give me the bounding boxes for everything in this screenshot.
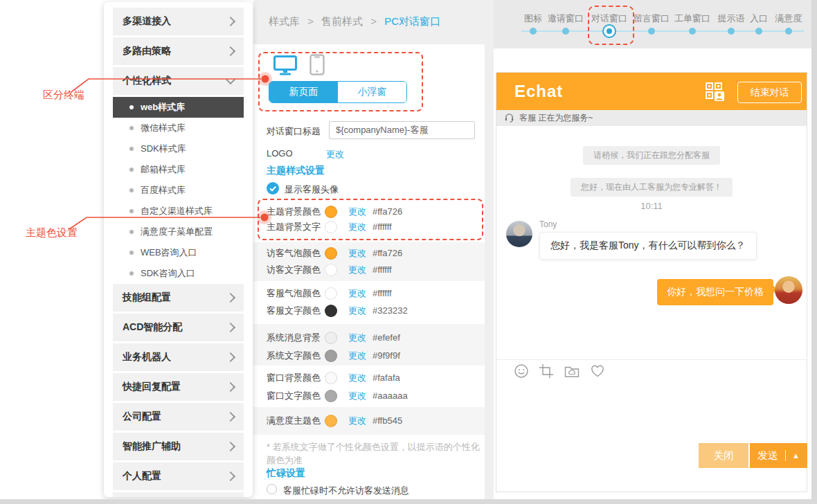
color-row: 客服气泡颜色 更改 #ffffff: [253, 285, 485, 303]
visitor-message-bubble: 你好，我想问一下价格: [657, 279, 773, 305]
step-invite-window[interactable]: 邀请窗口: [548, 12, 584, 25]
tab-float-window[interactable]: 小浮窗: [338, 82, 406, 102]
send-button[interactable]: 发送 ▲: [750, 443, 807, 468]
sidebar-subitem-mail-style[interactable]: 邮箱样式库: [113, 159, 244, 180]
system-text-note: * 若系统文字做了个性化颜色设置，以提示语的个性化颜色为准: [267, 440, 480, 467]
change-link[interactable]: 更改: [348, 329, 366, 347]
breadcrumb: 样式库 > 售前样式 > PC对话窗口: [269, 15, 440, 28]
step-ticket-window[interactable]: 工单窗口: [674, 12, 710, 25]
bullet-icon: [129, 230, 134, 234]
theme-section-title: 主题样式设置: [267, 165, 325, 177]
color-swatch[interactable]: [325, 390, 337, 402]
change-link[interactable]: 更改: [348, 244, 366, 262]
color-swatch[interactable]: [325, 287, 337, 300]
favorite-heart-icon[interactable]: [589, 363, 606, 379]
window-title-input[interactable]: [329, 121, 475, 139]
breadcrumb-presale-style[interactable]: 售前样式: [321, 15, 363, 27]
sidebar-subitem-wechat-style[interactable]: 微信样式库: [113, 118, 244, 138]
sidebar-subitem-custom-channel-style[interactable]: 自定义渠道样式库: [113, 201, 244, 222]
chevron-right-icon: [226, 412, 235, 422]
chevron-right-icon: [226, 471, 235, 481]
change-link[interactable]: 更改: [348, 387, 366, 405]
end-chat-button[interactable]: 结束对话: [737, 82, 802, 103]
sidebar-subitem-sdk-style[interactable]: SDK样式库: [113, 138, 244, 159]
change-link[interactable]: 更改: [348, 347, 366, 365]
change-link[interactable]: 更改: [348, 261, 366, 279]
color-swatch[interactable]: [325, 221, 337, 233]
vertical-scrollbar[interactable]: [811, 0, 817, 499]
tab-new-page[interactable]: 新页面: [269, 82, 338, 102]
chevron-right-icon: [226, 46, 235, 56]
change-link[interactable]: 更改: [348, 218, 366, 236]
color-swatch[interactable]: [325, 206, 337, 218]
step-dot[interactable]: [728, 28, 735, 35]
sidebar-item-routing[interactable]: 多路由策略: [113, 37, 244, 65]
stepper: 图标 邀请窗口 对话窗口 留言窗口 工单窗口 提示语 入口 满意度: [494, 0, 811, 48]
step-dot[interactable]: [755, 28, 762, 35]
sidebar-item-personal[interactable]: 个人配置: [113, 462, 244, 490]
color-swatch[interactable]: [325, 264, 337, 276]
screenshot-crop-icon[interactable]: [538, 363, 555, 379]
step-icon[interactable]: 图标: [524, 12, 542, 25]
busy-section-title: 忙碌设置: [267, 467, 305, 480]
send-button-divider: [785, 450, 786, 461]
sidebar-subitem-baidu-style[interactable]: 百度样式库: [113, 180, 244, 201]
change-link[interactable]: 更改: [348, 285, 366, 303]
sidebar-subitem-web-style[interactable]: web样式库: [113, 97, 244, 118]
desktop-device-icon[interactable]: [273, 55, 297, 75]
show-avatar-checkbox[interactable]: [267, 182, 279, 195]
step-dot[interactable]: [562, 28, 569, 35]
sidebar-subitem-sdk-entry[interactable]: SDK咨询入口: [113, 263, 244, 284]
logo-change-link[interactable]: 更改: [326, 148, 344, 161]
sidebar-subitem-satisfaction-submenu[interactable]: 满意度子菜单配置: [113, 222, 244, 242]
step-satisfaction[interactable]: 满意度: [775, 12, 802, 25]
sidebar-item-promotion[interactable]: 智能推广辅助: [113, 433, 244, 460]
file-send-icon[interactable]: [564, 363, 580, 379]
busy-radio-label: 客服忙碌时不允许访客发送消息: [283, 485, 409, 497]
sidebar-item-skill-group[interactable]: 技能组配置: [113, 284, 244, 312]
change-link[interactable]: 更改: [348, 412, 366, 430]
bullet-icon: [129, 251, 134, 255]
color-swatch[interactable]: [325, 350, 337, 362]
sidebar-item-personalized-style[interactable]: 个性化样式: [113, 67, 244, 95]
horizontal-scrollbar[interactable]: [0, 499, 817, 504]
color-swatch[interactable]: [325, 415, 337, 427]
step-prompt[interactable]: 提示语: [718, 12, 745, 25]
echat-logo: Echat: [514, 82, 563, 101]
agent-message-bubble: 您好，我是客服Tony，有什么可以帮到你么？: [539, 232, 757, 260]
sidebar-item-quick-reply[interactable]: 快捷回复配置: [113, 373, 244, 401]
step-dot[interactable]: [785, 28, 792, 35]
chat-preview-card: Echat 结束对话: [496, 72, 807, 492]
chevron-right-icon: [226, 352, 235, 362]
emoji-icon[interactable]: [513, 363, 530, 379]
color-swatch[interactable]: [325, 372, 337, 384]
step-dot[interactable]: [530, 28, 537, 35]
qrcode-icon[interactable]: [706, 82, 726, 102]
change-link[interactable]: 更改: [348, 369, 366, 387]
sidebar-item-multichannel[interactable]: 多渠道接入: [113, 8, 244, 35]
step-dot-active[interactable]: [602, 24, 616, 38]
chevron-right-icon: [226, 442, 235, 451]
step-dot[interactable]: [648, 28, 655, 35]
sidebar-item-acd[interactable]: ACD智能分配: [113, 314, 244, 341]
step-dot[interactable]: [689, 28, 696, 35]
sidebar-item-robot[interactable]: 业务机器人: [113, 343, 244, 371]
color-row: 满意度主题色 更改 #ffb545: [253, 412, 485, 430]
step-message-window[interactable]: 留言窗口: [634, 12, 670, 25]
sidebar-item-company[interactable]: 公司配置: [113, 403, 244, 431]
agent-headset-icon: [504, 113, 514, 123]
step-entry[interactable]: 入口: [750, 12, 768, 25]
mobile-device-icon[interactable]: [309, 54, 325, 75]
busy-radio[interactable]: [267, 484, 277, 494]
breadcrumb-style-library[interactable]: 样式库: [269, 15, 300, 27]
change-link[interactable]: 更改: [348, 302, 366, 320]
color-row: 访客文字颜色 更改 #ffffff: [253, 261, 485, 279]
step-chat-window[interactable]: 对话窗口: [591, 12, 627, 25]
close-button[interactable]: 关闭: [699, 443, 748, 468]
bullet-icon: [129, 271, 134, 276]
color-swatch[interactable]: [325, 247, 337, 260]
service-status-text: 客服 正在为您服务~: [519, 112, 593, 124]
color-swatch[interactable]: [325, 305, 337, 317]
color-swatch[interactable]: [325, 332, 337, 344]
sidebar-subitem-web-entry[interactable]: WEB咨询入口: [113, 242, 244, 263]
